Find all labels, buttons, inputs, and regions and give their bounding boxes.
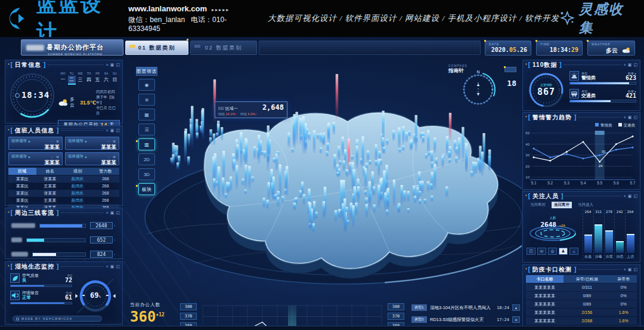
window-icon[interactable]: ▣ (628, 115, 632, 120)
duty-leader-card[interactable]: 值班领导▸⋯ ⊗某某某 (8, 152, 63, 165)
window-icon[interactable]: ▣ (110, 128, 114, 133)
weekday-cell[interactable]: MO一 (59, 72, 67, 85)
table-cell: 副局长 (64, 197, 92, 204)
yoy-value: 14.1%↑ (226, 112, 237, 116)
close-icon[interactable]: × (624, 115, 626, 120)
table-cell: 某某区 (8, 183, 36, 190)
weekday-cell[interactable]: FR五 (94, 72, 101, 85)
tab-data-category-2[interactable]: 02 数据类别 (190, 41, 257, 55)
window-icon[interactable]: ▣ (628, 194, 632, 199)
compass-dial[interactable]: N (458, 68, 499, 109)
weekday-cell[interactable]: WE三 (76, 72, 84, 85)
window-icon[interactable]: ▣ (110, 211, 114, 215)
alert-item: 类型2RD13-53烟感报警疑似火灾17:24● (411, 315, 520, 324)
weekday-cell[interactable]: SU日 (111, 72, 119, 85)
expand-icon[interactable]: ◱ (633, 267, 637, 272)
close-icon[interactable]: × (624, 63, 626, 67)
eco-bar-track (10, 302, 72, 304)
focus-tab[interactable]: 当日进入 (575, 202, 596, 208)
target-icon[interactable]: ◎ (548, 248, 557, 255)
y-axis-plate: 380 (180, 303, 197, 310)
bar-label: 在逃 (584, 254, 592, 260)
lunar-calendar: 闰四月初四庚子年【鼠年】辛巳月 己巳日 (96, 89, 120, 116)
close-icon[interactable]: × (106, 128, 109, 133)
bar-column (605, 230, 613, 253)
scroll-dot-icon[interactable]: ● (512, 316, 520, 323)
noise-icon (10, 291, 20, 300)
mode-block[interactable]: 板块 (138, 183, 155, 195)
scroll-up-icon[interactable]: ▲ (512, 304, 520, 311)
table-cell: 某某区 (8, 197, 36, 204)
alarm-total-gauge: 总警情数 867 (527, 71, 566, 109)
close-icon[interactable]: × (624, 267, 626, 272)
focus-tab[interactable]: 当日布控 (528, 202, 548, 208)
panel-title: 值班人员信息 (15, 127, 54, 135)
close-icon[interactable]: × (106, 211, 109, 215)
alert-text: 湿地3-104片区有不明人员闯入 (430, 305, 494, 311)
mode-2d[interactable]: 2D (138, 153, 155, 165)
tooltip-region: 区域一 (225, 106, 238, 112)
window-icon[interactable]: ▣ (628, 63, 632, 67)
zoom-plate[interactable] (504, 67, 516, 72)
website-link[interactable]: www.lanlanwork.com (128, 4, 207, 13)
person-icon[interactable]: ♟ (559, 248, 568, 255)
checkpoint-name: 某某某某某 (526, 317, 564, 325)
alarm-type-item: 类型警情类数量 ▸623 (569, 71, 636, 85)
tab-led-decor (129, 45, 135, 48)
date-value: 2020.05.26 (489, 47, 527, 53)
panel-title: 关注人员 (532, 192, 559, 201)
table-header-cell: 级别 (64, 168, 92, 175)
weekday-cn: 二 (68, 76, 76, 85)
platform-title-plate: 暑期办公协作平台 SUMMER WORKING PLATFORM (21, 39, 123, 55)
inspiration-collect[interactable]: 灵感收集 (559, 0, 632, 37)
weekday-cell[interactable]: SA六 (103, 72, 110, 85)
phone-icon[interactable]: ☏ (537, 248, 546, 255)
expand-icon[interactable]: ◱ (633, 63, 637, 67)
bar-column (595, 224, 602, 253)
tab-data-category-1[interactable]: 01 数据类别 (125, 41, 188, 55)
duty-leader-card[interactable]: 值班领导▸⋯ ⊗某某某 (8, 137, 63, 150)
checkpoint-rate: 1.6% (610, 309, 637, 316)
expand-icon[interactable]: ◱ (116, 264, 120, 269)
svg-text:5.7: 5.7 (630, 181, 635, 185)
weekday-cell[interactable]: TH四 (85, 72, 93, 85)
close-icon[interactable]: × (106, 63, 109, 67)
vehicle-icon[interactable]: ⌂ (569, 248, 578, 255)
list-icon[interactable]: ☰ (138, 124, 155, 135)
duty-leader-card[interactable]: 值班领导▸⋯ ⊗某某某 (65, 152, 119, 165)
weather-plate: WEATHER 多云 (587, 41, 635, 55)
cloud-sun-icon (58, 98, 68, 107)
focus-tab[interactable]: 当日离开 (552, 202, 572, 208)
redacted-block (26, 45, 44, 51)
flow-tick-decor: ⌇ (114, 238, 117, 242)
gauge-label: 人数 (550, 216, 556, 220)
window-icon[interactable]: ▣ (110, 264, 114, 269)
flow-bar-track (39, 224, 86, 228)
expand-icon[interactable]: ◱ (116, 211, 120, 215)
grid-icon[interactable]: ▦ (138, 109, 155, 121)
bars-icon[interactable]: ▥ (138, 138, 155, 150)
close-icon[interactable]: × (106, 264, 109, 269)
bar-value: 264 (585, 209, 592, 214)
camera-icon[interactable]: ◫ (527, 248, 535, 255)
window-icon[interactable]: ▣ (628, 267, 632, 272)
radar-icon[interactable]: ≋ (138, 94, 155, 106)
mode-3d[interactable]: 3D (138, 168, 155, 180)
close-icon[interactable]: × (624, 194, 626, 199)
duty-leader-card[interactable]: 值班领导▸⋯ ⊗某某某 (65, 137, 119, 150)
bar-label: 涉黑 (606, 254, 613, 260)
svg-text:5.3: 5.3 (564, 181, 569, 185)
y-axis-plate: 370 (180, 313, 197, 320)
pin-icon[interactable]: ◉ (138, 79, 155, 91)
weekday-cell[interactable]: TU二 (68, 72, 76, 85)
expand-icon[interactable]: ◱ (116, 128, 120, 133)
temperature: 31.5℃ (80, 100, 96, 106)
expand-icon[interactable]: ◱ (633, 194, 637, 199)
flow-label-redacted (11, 252, 28, 257)
layer-filter-panel: 图层筛选 ◉≋▦☰▥2D3D板块 (136, 67, 157, 195)
bar-label: 涉恐 (616, 254, 623, 260)
expand-icon[interactable]: ◱ (633, 115, 637, 120)
window-icon[interactable]: ▣ (110, 63, 114, 67)
expand-icon[interactable]: ◱ (116, 63, 120, 67)
svg-text:5.1: 5.1 (531, 181, 536, 185)
